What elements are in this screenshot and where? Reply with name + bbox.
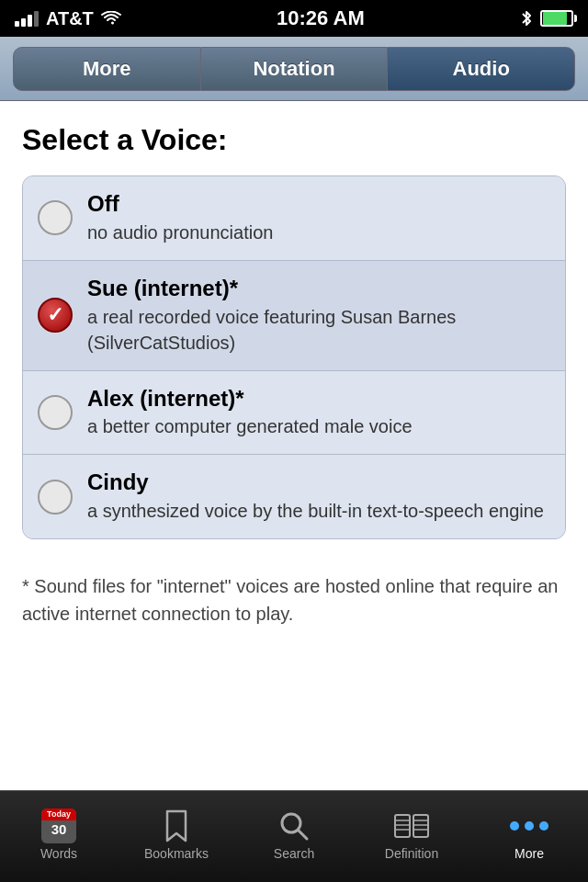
bottom-tab-more[interactable]: More	[470, 791, 588, 882]
bottom-tab-search[interactable]: Search	[235, 791, 353, 882]
main-content: Select a Voice: Off no audio pronunciati…	[0, 101, 588, 554]
voice-desc-sue: a real recorded voice featuring Susan Ba…	[87, 304, 547, 356]
bottom-tab-words[interactable]: Today 30 Words	[0, 791, 118, 882]
battery-icon	[540, 10, 573, 27]
search-icon	[276, 809, 312, 842]
tab-notation[interactable]: Notation	[201, 47, 388, 91]
voice-name-off: Off	[87, 191, 547, 218]
page-title: Select a Voice:	[22, 123, 566, 157]
status-bar: AT&T 10:26 AM	[0, 0, 588, 37]
bluetooth-icon	[520, 9, 533, 28]
words-label: Words	[40, 846, 77, 861]
voice-item-alex[interactable]: Alex (internet)* a better computer gener…	[23, 371, 565, 456]
book-icon	[393, 809, 430, 842]
definition-label: Definition	[385, 846, 438, 861]
svg-rect-3	[395, 815, 410, 837]
search-label: Search	[274, 846, 314, 861]
voice-desc-cindy: a synthesized voice by the built-in text…	[87, 498, 547, 524]
voice-name-cindy: Cindy	[87, 469, 547, 496]
voice-item-sue[interactable]: Sue (internet)* a real recorded voice fe…	[23, 261, 565, 371]
voice-radio-sue[interactable]	[38, 298, 73, 333]
svg-line-2	[299, 831, 307, 839]
voice-name-sue: Sue (internet)*	[87, 276, 547, 302]
wifi-icon	[101, 11, 121, 26]
svg-marker-0	[167, 811, 186, 841]
status-right	[520, 9, 573, 28]
bottom-tab-bar: Today 30 Words Bookmarks Search	[0, 790, 588, 882]
dots-icon	[511, 809, 548, 842]
voice-radio-off[interactable]	[38, 200, 73, 235]
voice-radio-cindy[interactable]	[38, 480, 73, 514]
voice-desc-alex: a better computer generated male voice	[87, 413, 547, 439]
voice-desc-off: no audio pronunciation	[87, 220, 547, 245]
nav-tabs: More Notation Audio	[0, 37, 588, 101]
more-label: More	[514, 846, 544, 861]
footnote: * Sound files for "internet" voices are …	[0, 554, 588, 646]
signal-bars	[15, 11, 39, 27]
battery-fill	[543, 12, 567, 25]
voice-item-cindy[interactable]: Cindy a synthesized voice by the built-i…	[23, 455, 565, 538]
voice-radio-alex[interactable]	[38, 395, 73, 430]
status-left: AT&T	[15, 8, 121, 29]
svg-rect-4	[413, 815, 428, 837]
calendar-icon: Today 30	[40, 809, 77, 842]
bookmarks-label: Bookmarks	[144, 846, 209, 861]
voice-item-off[interactable]: Off no audio pronunciation	[23, 176, 565, 261]
carrier-label: AT&T	[46, 8, 94, 29]
tab-more[interactable]: More	[13, 47, 201, 91]
bottom-tab-definition[interactable]: Definition	[353, 791, 470, 882]
time-display: 10:26 AM	[277, 6, 365, 30]
bottom-tab-bookmarks[interactable]: Bookmarks	[118, 791, 235, 882]
bookmark-icon	[158, 809, 195, 842]
voice-name-alex: Alex (internet)*	[87, 386, 547, 413]
tab-audio[interactable]: Audio	[387, 47, 575, 91]
voice-list: Off no audio pronunciation Sue (internet…	[22, 175, 566, 539]
